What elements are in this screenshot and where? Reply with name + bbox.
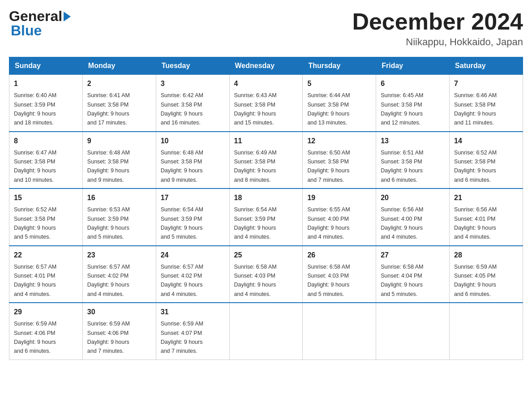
- day-info: Sunrise: 6:56 AMSunset: 4:01 PMDaylight:…: [454, 206, 497, 240]
- day-number: 14: [454, 136, 518, 146]
- day-number: 13: [381, 136, 445, 146]
- day-info: Sunrise: 6:47 AMSunset: 3:58 PMDaylight:…: [14, 150, 56, 183]
- day-info: Sunrise: 6:55 AMSunset: 4:00 PMDaylight:…: [307, 206, 350, 240]
- location: Niikappu, Hokkaido, Japan: [352, 36, 523, 48]
- day-info: Sunrise: 6:50 AMSunset: 3:58 PMDaylight:…: [307, 150, 350, 183]
- calendar-week-row: 22Sunrise: 6:57 AMSunset: 4:01 PMDayligh…: [9, 246, 523, 303]
- table-row: [229, 303, 303, 360]
- col-thursday: Thursday: [303, 57, 376, 75]
- table-row: 16Sunrise: 6:53 AMSunset: 3:59 PMDayligh…: [82, 188, 156, 246]
- day-info: Sunrise: 6:48 AMSunset: 3:58 PMDaylight:…: [87, 150, 130, 183]
- day-number: 9: [87, 136, 151, 146]
- day-info: Sunrise: 6:58 AMSunset: 4:03 PMDaylight:…: [307, 264, 350, 297]
- day-info: Sunrise: 6:45 AMSunset: 3:58 PMDaylight:…: [381, 92, 423, 126]
- day-info: Sunrise: 6:57 AMSunset: 4:02 PMDaylight:…: [161, 264, 203, 297]
- col-monday: Monday: [82, 57, 156, 75]
- day-number: 10: [161, 136, 225, 146]
- table-row: 22Sunrise: 6:57 AMSunset: 4:01 PMDayligh…: [9, 246, 83, 303]
- calendar-header-row: Sunday Monday Tuesday Wednesday Thursday…: [9, 57, 523, 75]
- table-row: 21Sunrise: 6:56 AMSunset: 4:01 PMDayligh…: [450, 188, 523, 246]
- title-section: December 2024 Niikappu, Hokkaido, Japan: [352, 9, 523, 48]
- table-row: 25Sunrise: 6:58 AMSunset: 4:03 PMDayligh…: [229, 246, 303, 303]
- logo-arrow-icon: [64, 12, 71, 21]
- day-info: Sunrise: 6:40 AMSunset: 3:59 PMDaylight:…: [14, 92, 56, 126]
- day-number: 12: [307, 136, 371, 146]
- table-row: 30Sunrise: 6:59 AMSunset: 4:06 PMDayligh…: [82, 303, 156, 360]
- table-row: 7Sunrise: 6:46 AMSunset: 3:58 PMDaylight…: [450, 75, 523, 132]
- day-number: 27: [381, 250, 445, 261]
- day-info: Sunrise: 6:53 AMSunset: 3:59 PMDaylight:…: [87, 206, 130, 240]
- table-row: 4Sunrise: 6:43 AMSunset: 3:58 PMDaylight…: [229, 75, 303, 132]
- day-number: 17: [161, 193, 225, 203]
- day-info: Sunrise: 6:49 AMSunset: 3:58 PMDaylight:…: [234, 150, 277, 183]
- day-number: 8: [14, 136, 78, 146]
- table-row: 3Sunrise: 6:42 AMSunset: 3:58 PMDaylight…: [156, 75, 229, 132]
- day-number: 3: [161, 78, 225, 89]
- col-friday: Friday: [376, 57, 450, 75]
- month-title: December 2024: [352, 9, 523, 34]
- table-row: [303, 303, 376, 360]
- table-row: 28Sunrise: 6:59 AMSunset: 4:05 PMDayligh…: [450, 246, 523, 303]
- day-number: 30: [87, 307, 151, 317]
- day-info: Sunrise: 6:58 AMSunset: 4:04 PMDaylight:…: [381, 264, 423, 297]
- day-info: Sunrise: 6:54 AMSunset: 3:59 PMDaylight:…: [234, 206, 277, 240]
- day-number: 21: [454, 193, 518, 203]
- day-number: 2: [87, 78, 151, 89]
- day-number: 26: [307, 250, 371, 261]
- table-row: 18Sunrise: 6:54 AMSunset: 3:59 PMDayligh…: [229, 188, 303, 246]
- logo-blue-text: Blue: [11, 23, 42, 38]
- day-number: 31: [161, 307, 225, 317]
- col-wednesday: Wednesday: [229, 57, 303, 75]
- table-row: [376, 303, 450, 360]
- calendar-week-row: 8Sunrise: 6:47 AMSunset: 3:58 PMDaylight…: [9, 132, 523, 189]
- day-info: Sunrise: 6:52 AMSunset: 3:58 PMDaylight:…: [14, 206, 56, 240]
- day-info: Sunrise: 6:44 AMSunset: 3:58 PMDaylight:…: [307, 92, 350, 126]
- day-number: 7: [454, 78, 518, 89]
- table-row: 9Sunrise: 6:48 AMSunset: 3:58 PMDaylight…: [82, 132, 156, 189]
- table-row: 2Sunrise: 6:41 AMSunset: 3:58 PMDaylight…: [82, 75, 156, 132]
- table-row: 6Sunrise: 6:45 AMSunset: 3:58 PMDaylight…: [376, 75, 450, 132]
- table-row: 20Sunrise: 6:56 AMSunset: 4:00 PMDayligh…: [376, 188, 450, 246]
- day-info: Sunrise: 6:52 AMSunset: 3:58 PMDaylight:…: [454, 150, 497, 183]
- table-row: 1Sunrise: 6:40 AMSunset: 3:59 PMDaylight…: [9, 75, 83, 132]
- table-row: 27Sunrise: 6:58 AMSunset: 4:04 PMDayligh…: [376, 246, 450, 303]
- table-row: 11Sunrise: 6:49 AMSunset: 3:58 PMDayligh…: [229, 132, 303, 189]
- table-row: 5Sunrise: 6:44 AMSunset: 3:58 PMDaylight…: [303, 75, 376, 132]
- table-row: 17Sunrise: 6:54 AMSunset: 3:59 PMDayligh…: [156, 188, 229, 246]
- day-info: Sunrise: 6:59 AMSunset: 4:07 PMDaylight:…: [161, 321, 203, 354]
- day-number: 22: [14, 250, 78, 261]
- calendar-week-row: 15Sunrise: 6:52 AMSunset: 3:58 PMDayligh…: [9, 188, 523, 246]
- day-number: 16: [87, 193, 151, 203]
- day-number: 1: [14, 78, 78, 89]
- day-number: 11: [234, 136, 298, 146]
- day-number: 15: [14, 193, 78, 203]
- day-number: 28: [454, 250, 518, 261]
- day-number: 20: [381, 193, 445, 203]
- table-row: [450, 303, 523, 360]
- logo: General Blue: [9, 9, 71, 38]
- day-number: 5: [307, 78, 371, 89]
- day-number: 23: [87, 250, 151, 261]
- day-info: Sunrise: 6:48 AMSunset: 3:58 PMDaylight:…: [161, 150, 203, 183]
- day-info: Sunrise: 6:57 AMSunset: 4:02 PMDaylight:…: [87, 264, 130, 297]
- day-number: 24: [161, 250, 225, 261]
- table-row: 29Sunrise: 6:59 AMSunset: 4:06 PMDayligh…: [9, 303, 83, 360]
- day-info: Sunrise: 6:42 AMSunset: 3:58 PMDaylight:…: [161, 92, 203, 126]
- table-row: 26Sunrise: 6:58 AMSunset: 4:03 PMDayligh…: [303, 246, 376, 303]
- day-number: 18: [234, 193, 298, 203]
- day-number: 29: [14, 307, 78, 317]
- logo-general-text: General: [9, 9, 62, 23]
- table-row: 13Sunrise: 6:51 AMSunset: 3:58 PMDayligh…: [376, 132, 450, 189]
- day-info: Sunrise: 6:41 AMSunset: 3:58 PMDaylight:…: [87, 92, 130, 126]
- calendar-week-row: 1Sunrise: 6:40 AMSunset: 3:59 PMDaylight…: [9, 75, 523, 132]
- table-row: 8Sunrise: 6:47 AMSunset: 3:58 PMDaylight…: [9, 132, 83, 189]
- day-info: Sunrise: 6:59 AMSunset: 4:06 PMDaylight:…: [87, 321, 130, 354]
- table-row: 12Sunrise: 6:50 AMSunset: 3:58 PMDayligh…: [303, 132, 376, 189]
- table-row: 15Sunrise: 6:52 AMSunset: 3:58 PMDayligh…: [9, 188, 83, 246]
- table-row: 19Sunrise: 6:55 AMSunset: 4:00 PMDayligh…: [303, 188, 376, 246]
- table-row: 24Sunrise: 6:57 AMSunset: 4:02 PMDayligh…: [156, 246, 229, 303]
- table-row: 23Sunrise: 6:57 AMSunset: 4:02 PMDayligh…: [82, 246, 156, 303]
- day-info: Sunrise: 6:46 AMSunset: 3:58 PMDaylight:…: [454, 92, 497, 126]
- day-info: Sunrise: 6:59 AMSunset: 4:05 PMDaylight:…: [454, 264, 497, 297]
- col-sunday: Sunday: [9, 57, 83, 75]
